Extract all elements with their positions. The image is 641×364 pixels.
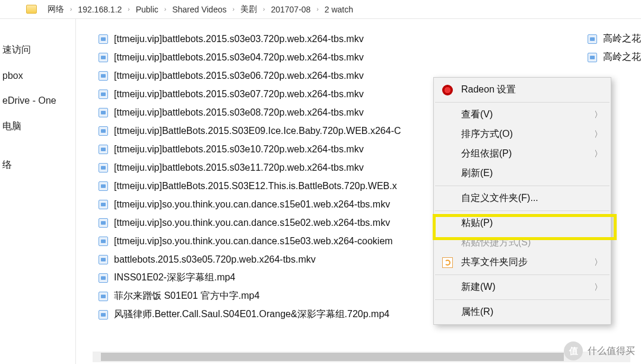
video-file-icon (588, 53, 597, 62)
menu-separator (435, 186, 610, 186)
file-name: [ttmeiju.vip]battlebots.2015.s03e03.720p… (114, 34, 364, 44)
menu-item-sync-shared-folder[interactable]: 共享文件夹同步 〉 (434, 253, 611, 272)
menu-label: 新建(W) (461, 281, 496, 293)
file-name: [ttmeiju.vip]so.you.think.you.can.dance.… (114, 236, 393, 247)
breadcrumb-item[interactable]: Shared Videos (169, 5, 230, 14)
file-name: 菲尔来蹭饭 S01E01 官方中字.mp4 (114, 290, 259, 302)
menu-item-properties[interactable]: 属性(R) (434, 302, 611, 322)
file-name: [ttmeiju.vip]battlebots.2015.s03e08.720p… (114, 107, 364, 118)
watermark-badge-icon: 值 (564, 341, 583, 360)
breadcrumb-item[interactable]: 网络 (44, 4, 68, 15)
navigation-sidebar: 速访问 pbox eDrive - One 电脑 络 (0, 19, 76, 364)
menu-separator (435, 274, 610, 275)
menu-label: 粘贴(P) (461, 217, 493, 229)
file-item[interactable]: 高岭之花 (588, 48, 641, 66)
menu-label: 排序方式(O) (461, 128, 513, 141)
file-name: [ttmeiju.vip]BattleBots.2015.S03E12.This… (114, 181, 397, 191)
menu-item-customize-folder[interactable]: 自定义文件夹(F)... (434, 189, 611, 208)
chevron-right-icon: › (315, 6, 319, 12)
file-item[interactable]: [ttmeiju.vip]battlebots.2015.s03e03.720p… (99, 30, 641, 48)
horizontal-scrollbar[interactable] (93, 352, 630, 362)
video-file-icon (99, 145, 108, 154)
file-name: [ttmeiju.vip]battlebots.2015.s03e04.720p… (114, 52, 364, 63)
chevron-right-icon: 〉 (594, 110, 602, 120)
chevron-right-icon: 〉 (594, 257, 602, 268)
breadcrumb-item[interactable]: 美剧 (237, 4, 261, 15)
menu-label: Radeon 设置 (461, 84, 516, 96)
breadcrumb-item[interactable]: 2 watch (321, 5, 357, 14)
chevron-right-icon: › (126, 6, 131, 12)
menu-separator (435, 299, 610, 300)
file-name: 高岭之花 (603, 33, 641, 45)
file-name: 高岭之花 (603, 51, 641, 63)
watermark: 值 什么值得买 (564, 341, 635, 360)
file-name: 风骚律师.Better.Call.Saul.S04E01.Orange&深影字幕… (114, 308, 389, 321)
video-file-icon (99, 310, 108, 320)
menu-item-refresh[interactable]: 刷新(E) (434, 164, 611, 183)
video-file-icon (99, 108, 108, 117)
chevron-right-icon: › (262, 6, 266, 12)
video-file-icon (99, 237, 108, 246)
file-name: [ttmeiju.vip]battlebots.2015.s03e06.720p… (114, 71, 364, 81)
video-file-icon (99, 90, 108, 99)
breadcrumb-item[interactable]: 192.168.1.2 (74, 5, 125, 14)
folder-icon (26, 5, 37, 14)
menu-label: 刷新(E) (461, 167, 493, 180)
sidebar-item-network[interactable]: 络 (0, 152, 75, 178)
breadcrumb-item[interactable]: 201707-08 (267, 5, 314, 14)
file-name: [ttmeiju.vip]BattleBots.2015.S03E09.Ice.… (114, 126, 401, 136)
chevron-right-icon: › (231, 6, 236, 12)
file-item[interactable]: [ttmeiju.vip]battlebots.2015.s03e04.720p… (99, 48, 641, 66)
breadcrumb-item[interactable]: Public (132, 5, 162, 14)
chevron-right-icon: 〉 (594, 282, 602, 293)
sidebar-item-onedrive[interactable]: eDrive - One (0, 88, 75, 113)
sidebar-item-dropbox[interactable]: pbox (0, 63, 75, 88)
video-file-icon (99, 163, 108, 173)
menu-item-sort[interactable]: 排序方式(O) 〉 (434, 124, 611, 144)
video-file-icon (99, 53, 108, 62)
menu-label: 分组依据(P) (461, 148, 512, 160)
video-file-icon (99, 126, 108, 136)
file-name: [ttmeiju.vip]battlebots.2015.s03e07.720p… (114, 89, 364, 100)
context-menu: Radeon 设置 查看(V) 〉 排序方式(O) 〉 分组依据(P) 〉 刷新… (433, 77, 611, 325)
video-file-icon (99, 200, 108, 209)
menu-label: 属性(R) (461, 306, 493, 318)
sidebar-item-thispc[interactable]: 电脑 (0, 113, 75, 140)
chevron-right-icon: › (163, 6, 167, 12)
file-item[interactable]: 高岭之花 (588, 30, 641, 48)
video-file-icon (99, 71, 108, 81)
menu-item-paste-shortcut: 粘贴快捷方式(S) (434, 233, 611, 253)
chevron-right-icon: 〉 (594, 149, 602, 159)
video-file-icon (99, 34, 108, 44)
file-name: [ttmeiju.vip]battlebots.2015.s03e11.720p… (114, 162, 364, 173)
menu-item-view[interactable]: 查看(V) 〉 (434, 105, 611, 124)
watermark-text: 什么值得买 (588, 345, 635, 357)
menu-item-group[interactable]: 分组依据(P) 〉 (434, 144, 611, 164)
file-name: INSS01E02-深影字幕组.mp4 (114, 272, 236, 284)
video-file-icon (588, 34, 597, 44)
menu-item-paste[interactable]: 粘贴(P) (434, 213, 611, 233)
menu-separator (435, 210, 610, 211)
video-file-icon (99, 255, 108, 264)
address-bar[interactable]: 网络 › 192.168.1.2 › Public › Shared Video… (0, 0, 641, 19)
scrollbar-thumb[interactable] (101, 353, 564, 361)
video-file-icon (99, 218, 108, 228)
radeon-icon (442, 85, 453, 95)
chevron-right-icon: › (69, 6, 73, 12)
file-name: [ttmeiju.vip]so.you.think.you.can.dance.… (114, 218, 390, 228)
menu-item-new[interactable]: 新建(W) 〉 (434, 277, 611, 297)
menu-item-radeon[interactable]: Radeon 设置 (434, 80, 611, 100)
file-name: [ttmeiju.vip]battlebots.2015.s03e10.720p… (114, 144, 364, 155)
menu-label: 粘贴快捷方式(S) (461, 237, 531, 249)
menu-separator (435, 102, 610, 103)
menu-label: 查看(V) (461, 108, 493, 121)
file-name: battlebots.2015.s03e05.720p.web.x264-tbs… (114, 254, 316, 265)
file-name: [ttmeiju.vip]so.you.think.you.can.dance.… (114, 199, 390, 210)
sidebar-item-quickaccess[interactable]: 速访问 (0, 37, 75, 63)
sync-icon (442, 257, 453, 268)
video-file-icon (99, 273, 108, 283)
menu-label: 共享文件夹同步 (461, 256, 528, 269)
chevron-right-icon: 〉 (594, 129, 602, 140)
video-file-icon (99, 181, 108, 191)
menu-label: 自定义文件夹(F)... (461, 192, 538, 205)
